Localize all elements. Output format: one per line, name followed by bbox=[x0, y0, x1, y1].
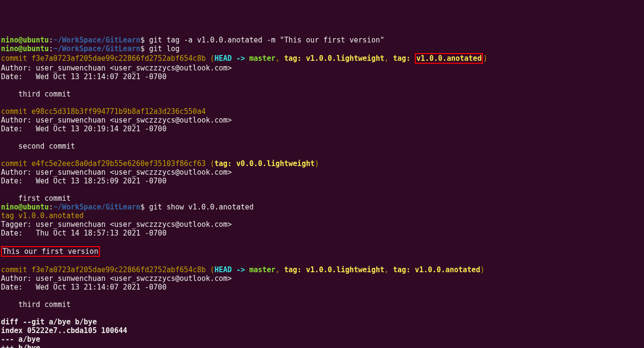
prompt-line-1: nino@ubuntu:~/WorkSpace/GitLearn$ git ta… bbox=[1, 36, 643, 44]
highlight-box-1: v1.0.0.anotated bbox=[415, 53, 483, 64]
commit-3-header: commit e4fc5e2eec8a0daf29b55e6260ef35103… bbox=[1, 159, 643, 168]
date-line: Date: Wed Oct 13 18:25:09 2021 -0700 bbox=[1, 177, 643, 185]
date-line: Date: Wed Oct 13 20:19:14 2021 -0700 bbox=[1, 125, 643, 133]
prompt-line-3: nino@ubuntu:~/WorkSpace/GitLearn$ git sh… bbox=[1, 203, 643, 211]
prompt-line-2: nino@ubuntu:~/WorkSpace/GitLearn$ git lo… bbox=[1, 44, 643, 53]
diff-header: diff --git a/bye b/bye bbox=[1, 318, 643, 326]
branch-master: master bbox=[249, 265, 275, 274]
diff-from: --- a/bye bbox=[1, 335, 643, 344]
tag-lightweight: tag: v1.0.0.lightweight bbox=[284, 54, 384, 63]
author-line: Author: user_sunwenchuan <user_swczzzycs… bbox=[1, 64, 643, 72]
tag-lightweight: tag: v0.0.0.lightweight bbox=[215, 159, 315, 168]
tag-header: tag v1.0.0.anotated bbox=[1, 211, 643, 220]
diff-to: +++ b/bye bbox=[1, 344, 643, 348]
commit-msg: first commit bbox=[1, 194, 643, 203]
date-line: Date: Wed Oct 13 21:14:07 2021 -0700 bbox=[1, 72, 643, 81]
commit-1-header: commit f3e7a0723af205dae99c22866fd2752ab… bbox=[1, 53, 643, 64]
commit-2-header: commit e98cc5d318b3ff994771b9b8af12a3d23… bbox=[1, 107, 643, 116]
commit-hash: f3e7a0723af205dae99c22866fd2752abf654c8b bbox=[31, 265, 206, 274]
terminal-output[interactable]: nino@ubuntu:~/WorkSpace/GitLearn$ git ta… bbox=[1, 36, 643, 348]
command-3: git show v1.0.0.anotated bbox=[145, 203, 254, 211]
commit-4-header: commit f3e7a0723af205dae99c22866fd2752ab… bbox=[1, 265, 643, 274]
commit-msg: second commit bbox=[1, 142, 643, 151]
head-ref: HEAD -> bbox=[215, 265, 249, 274]
branch-master: master bbox=[249, 54, 275, 63]
author-line: Author: user_sunwenchuan <user_swczzzycs… bbox=[1, 168, 643, 177]
command-2: git log bbox=[145, 44, 179, 53]
commit-msg: third commit bbox=[1, 300, 643, 309]
author-line: Author: user_sunwenchuan <user_swczzzycs… bbox=[1, 116, 643, 125]
tag-message: This our first version bbox=[2, 247, 98, 256]
author-line: Author: user_sunwenchuan <user_swczzzycs… bbox=[1, 274, 643, 283]
prompt-user: nino@ubuntu bbox=[1, 36, 49, 44]
command-1: git tag -a v1.0.0.anotated -m "This our … bbox=[145, 36, 384, 44]
commit-msg: third commit bbox=[1, 90, 643, 98]
diff-index: index 05222e7..cbda105 100644 bbox=[1, 326, 643, 335]
date-line: Date: Thu Oct 14 18:57:13 2021 -0700 bbox=[1, 229, 643, 237]
tag-anotated: v1.0.0.anotated bbox=[416, 54, 481, 63]
commit-hash: f3e7a0723af205dae99c22866fd2752abf654c8b bbox=[31, 54, 206, 63]
highlight-box-2: This our first version bbox=[1, 246, 643, 257]
tagger-line: Tagger: user_sunwenchuan <user_swczzzycs… bbox=[1, 220, 643, 229]
commit-hash: e4fc5e2eec8a0daf29b55e6260ef35103f86cf63 bbox=[31, 159, 206, 168]
prompt-path: ~/WorkSpace/GitLearn bbox=[53, 36, 140, 44]
head-ref: HEAD -> bbox=[215, 54, 249, 63]
date-line: Date: Wed Oct 13 21:14:07 2021 -0700 bbox=[1, 283, 643, 292]
tag-lightweight: tag: v1.0.0.lightweight bbox=[284, 265, 384, 274]
tag-anotated: tag: v1.0.0.anotated bbox=[393, 265, 480, 274]
